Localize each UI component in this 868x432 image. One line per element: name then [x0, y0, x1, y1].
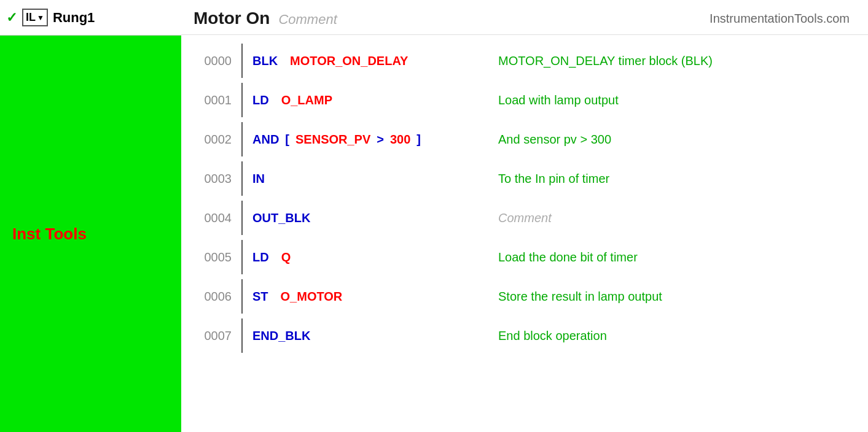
line-number: 0000 [194, 41, 237, 80]
comment-cell: Load with lamp output [493, 80, 856, 120]
code-table: 0000BLK MOTOR_ON_DELAYMOTOR_ON_DELAY tim… [194, 41, 856, 355]
instruction-token: > [377, 133, 384, 147]
instruction-token: MOTOR_ON_DELAY [290, 54, 408, 68]
table-row: 0007END_BLKEnd block operation [194, 316, 856, 355]
instruction-token: BLK [252, 54, 278, 68]
divider [237, 277, 248, 316]
instruction-token: END_BLK [252, 329, 310, 343]
header-comment-placeholder: Comment [278, 12, 337, 28]
instruction-token: ST [252, 290, 268, 304]
instruction-token: Q [281, 250, 291, 264]
instruction-cell: LD O_LAMP [248, 80, 493, 120]
instruction-cell: LD Q [248, 237, 493, 277]
dropdown-arrow-icon: ▼ [37, 14, 44, 22]
sidebar: ✓ IL ▼ Rung1 Inst Tools [0, 0, 181, 432]
instruction-cell: END_BLK [248, 316, 493, 355]
instruction-token: LD [252, 250, 269, 264]
comment-cell: To the In pin of timer [493, 159, 856, 198]
instruction-cell: AND [ SENSOR_PV > 300 ] [248, 120, 493, 159]
instruction-token: ] [416, 133, 421, 147]
brand-text: Inst Tools [12, 225, 87, 244]
sidebar-header: ✓ IL ▼ Rung1 [0, 0, 181, 36]
divider [237, 41, 248, 80]
instruction-token: IN [252, 172, 265, 186]
comment-cell: And sensor pv > 300 [493, 120, 856, 159]
code-area: 0000BLK MOTOR_ON_DELAYMOTOR_ON_DELAY tim… [181, 35, 868, 432]
sidebar-brand: Inst Tools [0, 36, 99, 432]
site-name: InstrumentationTools.com [710, 12, 850, 26]
instruction-token: OUT_BLK [252, 211, 310, 225]
top-bar: Motor On Comment InstrumentationTools.co… [181, 0, 868, 35]
divider [237, 80, 248, 120]
comment-cell: MOTOR_ON_DELAY timer block (BLK) [493, 41, 856, 80]
instruction-token: SENSOR_PV [295, 133, 370, 147]
divider [237, 198, 248, 237]
comment-cell: Store the result in lamp output [493, 277, 856, 316]
table-row: 0002AND [ SENSOR_PV > 300 ]And sensor pv… [194, 120, 856, 159]
table-row: 0004OUT_BLKComment [194, 198, 856, 237]
line-number: 0005 [194, 237, 237, 277]
instruction-cell: ST O_MOTOR [248, 277, 493, 316]
instruction-token: [ [285, 133, 289, 147]
instruction-token: 300 [390, 133, 410, 147]
comment-cell: Comment [493, 198, 856, 237]
page-title: Motor On [194, 9, 270, 28]
line-number: 0006 [194, 277, 237, 316]
instruction-cell: OUT_BLK [248, 198, 493, 237]
instruction-token: O_LAMP [281, 93, 332, 107]
line-number: 0007 [194, 316, 237, 355]
table-row: 0003INTo the In pin of timer [194, 159, 856, 198]
instruction-token: O_MOTOR [281, 290, 343, 304]
instruction-token: LD [252, 93, 269, 107]
comment-cell: End block operation [493, 316, 856, 355]
table-row: 0001LD O_LAMPLoad with lamp output [194, 80, 856, 120]
line-number: 0002 [194, 120, 237, 159]
line-number: 0004 [194, 198, 237, 237]
divider [237, 237, 248, 277]
line-number: 0001 [194, 80, 237, 120]
top-bar-left: Motor On Comment [194, 9, 337, 28]
line-number: 0003 [194, 159, 237, 198]
instruction-token: AND [252, 133, 279, 147]
table-row: 0000BLK MOTOR_ON_DELAYMOTOR_ON_DELAY tim… [194, 41, 856, 80]
main-panel: Motor On Comment InstrumentationTools.co… [181, 0, 868, 432]
il-dropdown[interactable]: IL ▼ [22, 9, 48, 26]
instruction-cell: IN [248, 159, 493, 198]
table-row: 0006ST O_MOTORStore the result in lamp o… [194, 277, 856, 316]
il-label: IL [26, 11, 36, 24]
checkmark-icon: ✓ [6, 10, 17, 26]
comment-cell: Load the done bit of timer [493, 237, 856, 277]
instruction-cell: BLK MOTOR_ON_DELAY [248, 41, 493, 80]
divider [237, 120, 248, 159]
divider [237, 316, 248, 355]
rung-label: Rung1 [53, 10, 95, 26]
table-row: 0005LD QLoad the done bit of timer [194, 237, 856, 277]
divider [237, 159, 248, 198]
